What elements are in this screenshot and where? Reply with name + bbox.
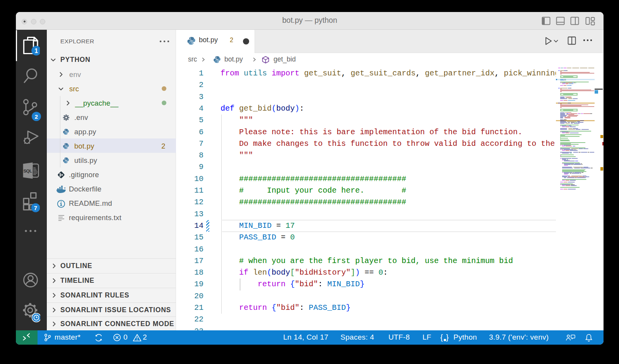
svg-text:SQL: SQL [23, 169, 32, 173]
svg-text:1: 1 [34, 48, 38, 54]
svg-text:7: 7 [34, 205, 37, 211]
svg-text:2: 2 [35, 113, 38, 120]
